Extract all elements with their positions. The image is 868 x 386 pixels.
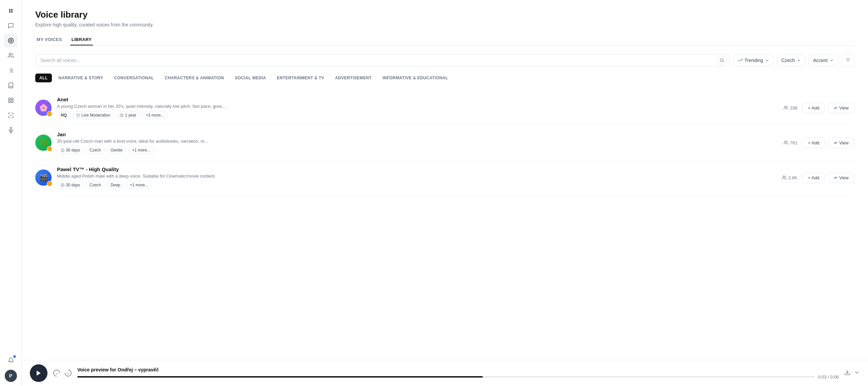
add-button-anet[interactable]: + Add [802, 103, 825, 113]
sidebar: P [0, 0, 22, 386]
voice-info: Anet A young Czech woman in her 20's, qu… [57, 97, 778, 119]
download-button[interactable] [844, 369, 850, 377]
filters-row: Trending Czech Accent [35, 54, 854, 67]
progress-bar-container: 0:03 / 0:06 [77, 374, 839, 380]
svg-point-2 [8, 38, 13, 43]
trending-label: Trending [745, 58, 763, 63]
cat-all[interactable]: ALL [35, 74, 52, 82]
sidebar-item-pause[interactable] [4, 4, 18, 18]
player-controls: 10 10 [53, 369, 72, 377]
voice-actions-anet: 338 + Add ↵ View [784, 103, 854, 113]
voice-info: Jan 35-year-old Czech man with a kind vo… [57, 131, 778, 154]
tag-age-pawel: 30 days [57, 181, 84, 189]
table-row: 🎬 ✓ Pawel TV™ - High Quality Middle aged… [35, 160, 854, 195]
page-title: Voice library [35, 9, 854, 20]
expand-button[interactable] [854, 369, 860, 377]
voice-name: Pawel TV™ - High Quality [57, 166, 776, 172]
main-content: Voice library Explore high quality, cura… [22, 0, 868, 386]
sidebar-item-mic[interactable] [4, 123, 18, 137]
add-button-pawel[interactable]: + Add [802, 172, 825, 183]
search-input[interactable] [35, 54, 730, 66]
voice-actions-pawel: 2.8K + Add ↵ View [782, 172, 854, 183]
progress-fill [77, 376, 483, 378]
player-title: Voice preview for Ondřej – vypravěč [77, 367, 839, 372]
trending-filter[interactable]: Trending [733, 55, 774, 66]
view-button-pawel[interactable]: ↵ View [828, 172, 854, 183]
cat-advertisement[interactable]: ADVERTISEMENT [331, 74, 376, 82]
svg-rect-13 [11, 101, 13, 103]
avatar: 🎬 ✓ [35, 169, 52, 186]
tag-more-pawel[interactable]: +1 more... [126, 181, 152, 189]
svg-point-28 [783, 176, 785, 178]
svg-point-3 [10, 40, 12, 42]
svg-rect-0 [9, 9, 10, 13]
sidebar-item-scan[interactable] [4, 108, 18, 122]
svg-marker-29 [37, 371, 41, 376]
user-avatar[interactable]: P [5, 370, 17, 382]
voice-description: A young Czech woman in her 20's, quiet i… [57, 104, 778, 109]
cat-narrative[interactable]: NARRATIVE & STORY [55, 74, 107, 82]
cat-entertainment[interactable]: ENTERTAINMENT & TV [273, 74, 329, 82]
sidebar-item-team[interactable] [4, 94, 18, 107]
tab-my-voices[interactable]: MY VOICES [35, 34, 63, 45]
language-label: Czech [782, 58, 795, 63]
svg-rect-11 [8, 98, 10, 100]
view-button-anet[interactable]: ↵ View [828, 103, 854, 113]
tag-gentle-jan: Gentle [107, 146, 126, 154]
voice-tags: 30 days Czech Deep +1 more... [57, 181, 776, 189]
voice-list: 🌸 ✓ Anet A young Czech woman in her 20's… [35, 90, 854, 195]
voice-description: 35-year-old Czech man with a kind voice,… [57, 139, 778, 144]
cat-informative[interactable]: INFORMATIVE & EDUCATIONAL [378, 74, 452, 82]
sidebar-notifications[interactable] [4, 353, 18, 367]
tag-age: 1 year [116, 111, 140, 119]
page-subtitle: Explore high quality, curated voices fro… [35, 22, 854, 27]
tag-czech-jan: Czech [86, 146, 105, 154]
voice-info: Pawel TV™ - High Quality Middle aged Pol… [57, 166, 776, 189]
cat-characters[interactable]: CHARACTERS & ANIMATION [161, 74, 228, 82]
cat-conversational[interactable]: CONVERSATIONAL [110, 74, 158, 82]
svg-rect-1 [11, 9, 12, 13]
voice-tags: HQ Live Moderation 1 year +3 more... [57, 111, 778, 119]
language-filter[interactable]: Czech [777, 55, 806, 66]
sidebar-item-users[interactable] [4, 49, 18, 62]
time-display: 0:03 / 0:06 [818, 374, 839, 380]
forward-button[interactable]: 10 [64, 369, 72, 377]
sidebar-item-voice[interactable] [4, 34, 18, 47]
voice-actions-jan: 761 + Add ↵ View [784, 138, 854, 148]
tag-more-jan[interactable]: +1 more... [128, 146, 154, 154]
verified-badge: ✓ [47, 111, 52, 117]
tab-bar: MY VOICES LIBRARY [35, 34, 854, 46]
voice-description: Middle aged Polish male with a deep voic… [57, 174, 776, 179]
tag-czech-pawel: Czech [86, 181, 105, 189]
voice-count-pawel: 2.8K [782, 175, 797, 180]
play-button[interactable] [30, 364, 47, 382]
tag-deep-pawel: Deep [107, 181, 124, 189]
search-container [35, 54, 730, 66]
verified-badge: ✓ [47, 146, 52, 151]
tag-more-anet[interactable]: +3 more... [142, 111, 168, 119]
sidebar-item-book[interactable] [4, 79, 18, 92]
sidebar-item-chat[interactable] [4, 19, 18, 33]
search-icon-btn[interactable] [718, 56, 727, 65]
svg-line-19 [723, 61, 724, 62]
rewind-button[interactable]: 10 [53, 369, 60, 377]
cat-social[interactable]: SOCIAL MEDIA [231, 74, 270, 82]
sidebar-item-list[interactable] [4, 64, 18, 77]
voice-count-anet: 338 [784, 105, 797, 110]
player-track: Voice preview for Ondřej – vypravěč 0:03… [77, 367, 839, 380]
voice-name: Anet [57, 97, 778, 102]
verified-badge: ✓ [47, 181, 52, 186]
table-row: 🌿 ✓ Jan 35-year-old Czech man with a kin… [35, 125, 854, 160]
table-row: 🌸 ✓ Anet A young Czech woman in her 20's… [35, 90, 854, 125]
progress-bar[interactable] [77, 376, 815, 378]
add-button-jan[interactable]: + Add [802, 138, 825, 148]
tag-live-moderation: Live Moderation [73, 111, 114, 119]
categories-row: ALL NARRATIVE & STORY CONVERSATIONAL CHA… [35, 74, 854, 82]
advanced-filter-btn[interactable] [842, 54, 854, 67]
audio-player: 10 10 Voice preview for Ondřej – vypravě… [22, 360, 868, 386]
accent-label: Accent [813, 58, 828, 63]
accent-filter[interactable]: Accent [809, 55, 838, 66]
tab-library[interactable]: LIBRARY [70, 34, 93, 45]
svg-text:10: 10 [55, 372, 58, 375]
view-button-jan[interactable]: ↵ View [828, 138, 854, 148]
